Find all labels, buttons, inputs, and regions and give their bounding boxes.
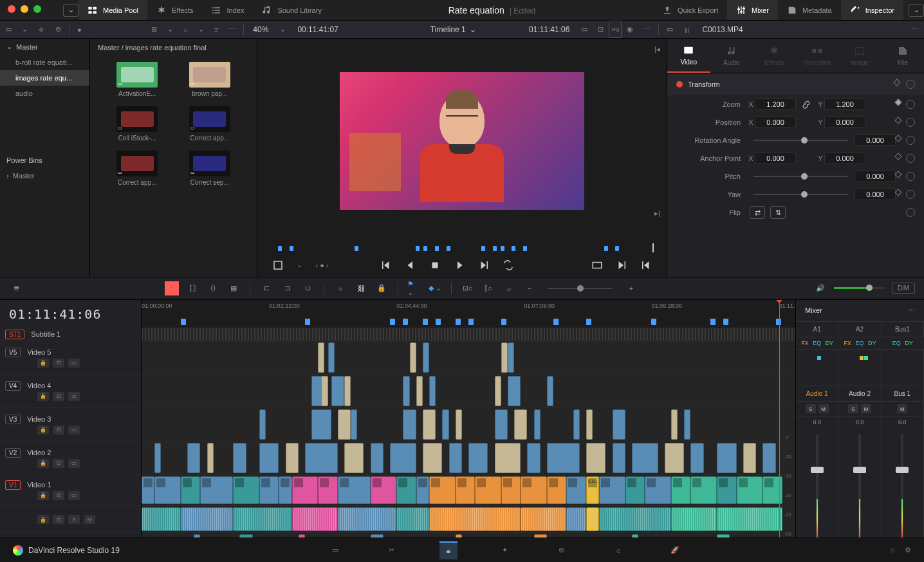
go-next-button[interactable]	[616, 259, 627, 271]
media-thumb[interactable]: ▭brown pap...	[178, 62, 242, 97]
layout-button[interactable]: ▭	[0, 21, 17, 38]
stop-button[interactable]	[429, 259, 441, 271]
overwrite-clip[interactable]: ⊐	[280, 281, 294, 295]
metadata-toggle[interactable]: Metadata	[778, 0, 841, 20]
workspace-menu[interactable]: ⌄	[63, 4, 79, 17]
timeline-zoom-slider[interactable]	[548, 288, 613, 289]
position-x-input[interactable]	[755, 117, 796, 128]
next-clip-icon[interactable]: ▸|	[654, 209, 660, 218]
solo-button[interactable]: S	[68, 515, 80, 524]
audio-track-a1-header[interactable]: 🔒⊡SM	[0, 506, 141, 533]
mixer-tab-A2[interactable]: A2	[838, 322, 881, 337]
mixer-toggle[interactable]: Mixer	[727, 0, 778, 20]
viewer-marks[interactable]	[270, 243, 654, 254]
trim-tool[interactable]: ⟦⟧	[185, 281, 199, 295]
rotation-input[interactable]	[855, 135, 896, 146]
media-thumb[interactable]: ▭ActivationE...	[106, 62, 169, 97]
bin-item-1[interactable]: images rate equ...	[0, 70, 89, 86]
more-options[interactable]: ⋯	[223, 21, 241, 38]
tab-transition[interactable]: Transition	[796, 39, 839, 73]
yaw-slider[interactable]	[753, 194, 848, 195]
enable-dot[interactable]	[676, 81, 683, 88]
track-header-ST1[interactable]: ST1Subtitle 1	[0, 328, 141, 341]
next-frame-button[interactable]	[478, 259, 490, 271]
search-menu[interactable]: ⌄	[193, 21, 209, 38]
maximize-window[interactable]	[33, 5, 41, 13]
media-thumb[interactable]: ▭Cell iStock-...	[106, 106, 169, 142]
prev-clip-icon[interactable]: |◂	[654, 45, 660, 53]
tab-audio[interactable]: Audio	[710, 39, 753, 73]
viewer-mode1[interactable]: ▭	[576, 21, 593, 38]
quick-export-button[interactable]: Quick Export	[653, 0, 727, 20]
track-header-V2[interactable]: V2Video 2🔒⊡▭	[0, 442, 141, 475]
color-page[interactable]: ⊚	[553, 541, 571, 559]
speaker-icon[interactable]: 🔊	[813, 281, 827, 295]
playhead[interactable]	[779, 300, 780, 538]
hq-badge[interactable]: HQ	[609, 21, 622, 38]
zoom-menu[interactable]: ⌄	[275, 21, 291, 38]
timeline-selector[interactable]: Timeline 1 ⌄	[424, 25, 483, 34]
timeline-ruler[interactable]: 01:00:00:0001:02:22:0001:04:44:0001:07:0…	[142, 300, 795, 328]
zoom-y-input[interactable]	[824, 98, 865, 110]
pitch-input[interactable]	[855, 171, 896, 182]
insert-clip[interactable]: ⊏	[259, 281, 273, 295]
home-icon[interactable]: ⌂	[890, 546, 894, 554]
zoom-out[interactable]: −	[522, 281, 537, 295]
mixer-tab-A1[interactable]: A1	[796, 322, 838, 337]
viewer-mode2[interactable]: ⊡	[593, 21, 609, 38]
tab-image[interactable]: Image	[838, 39, 882, 73]
crop-menu[interactable]: ⌄	[297, 261, 302, 269]
view-menu[interactable]: ⌄	[162, 21, 178, 38]
layout-menu[interactable]: ⌄	[17, 21, 33, 38]
first-frame-button[interactable]	[380, 259, 392, 271]
mixer-tab-Bus1[interactable]: Bus1	[882, 322, 924, 337]
thumbnail-view[interactable]: ⊞	[146, 21, 162, 38]
color-wheel-icon[interactable]: ◉	[622, 21, 638, 38]
replace-clip[interactable]: ⊔	[300, 281, 315, 295]
marker-menu[interactable]: ◆ ⌄	[428, 281, 442, 295]
rotation-slider[interactable]	[753, 140, 848, 141]
zoom-custom[interactable]: ⌕	[502, 281, 516, 295]
media-thumb[interactable]: ▭Correct app...	[178, 106, 242, 142]
edit-page[interactable]: ≡	[439, 541, 457, 559]
settings-icon[interactable]: ⚙	[905, 546, 911, 554]
media-pool-toggle[interactable]: Media Pool	[79, 0, 147, 20]
power-master[interactable]: › Master	[0, 168, 89, 183]
link-icon[interactable]: ᯽	[33, 21, 50, 38]
dynamic-trim-tool[interactable]: ⟨⟩	[206, 281, 220, 295]
snapping-toggle[interactable]: ⟐	[333, 281, 347, 295]
pitch-slider[interactable]	[753, 176, 848, 177]
close-window[interactable]	[8, 5, 15, 13]
media-thumb[interactable]: ▭Correct sep...	[178, 151, 242, 186]
inspector-menu[interactable]: ⌄	[909, 4, 924, 17]
sort-icon[interactable]: ≡	[209, 21, 223, 38]
video-viewer[interactable]: |◂ ▸|	[257, 39, 667, 243]
lock-icon[interactable]: 🔒	[37, 515, 49, 524]
timeline-tracks[interactable]: 01:00:00:0001:02:22:0001:04:44:0001:07:0…	[142, 300, 795, 538]
clip-view-icon[interactable]: ▭	[661, 21, 678, 38]
track-header-V5[interactable]: V5Video 5🔒⊡▭	[0, 341, 141, 375]
master-bin[interactable]: ⌄ Master	[0, 39, 89, 55]
flag-menu[interactable]: ⚑ ⌄	[407, 281, 421, 295]
track-header-V4[interactable]: V4Video 4🔒⊡▭	[0, 375, 141, 408]
flip-v-button[interactable]: ⇅	[770, 206, 786, 219]
search-icon[interactable]: ⌕	[178, 21, 193, 38]
linked-selection[interactable]: ⛓	[354, 281, 368, 295]
match-frame-button[interactable]	[591, 259, 603, 271]
fader-bus1[interactable]	[882, 428, 924, 538]
inspector-toggle[interactable]: Inspector	[841, 0, 903, 20]
tab-file[interactable]: File	[882, 39, 925, 73]
cut-page[interactable]: ✂	[383, 541, 401, 559]
timeline-view-options[interactable]: ≣	[9, 281, 23, 295]
zoom-full[interactable]: ⊡⌕	[461, 281, 475, 295]
fusion-page[interactable]: ✦	[496, 541, 514, 559]
dim-button[interactable]: DIM	[892, 283, 915, 294]
track-header-V3[interactable]: V3Video 3🔒⊡▭	[0, 408, 141, 442]
mute-button[interactable]: M	[84, 515, 95, 524]
mixer-more[interactable]: ⋯	[908, 306, 915, 315]
bin-item-0[interactable]: b-roll rate equati...	[0, 55, 89, 70]
yaw-input[interactable]	[855, 189, 896, 200]
position-lock[interactable]: 🔒	[374, 281, 389, 295]
sync-icon[interactable]: ⊡	[53, 515, 64, 524]
zoom-detail[interactable]: ⟦⌕	[481, 281, 495, 295]
